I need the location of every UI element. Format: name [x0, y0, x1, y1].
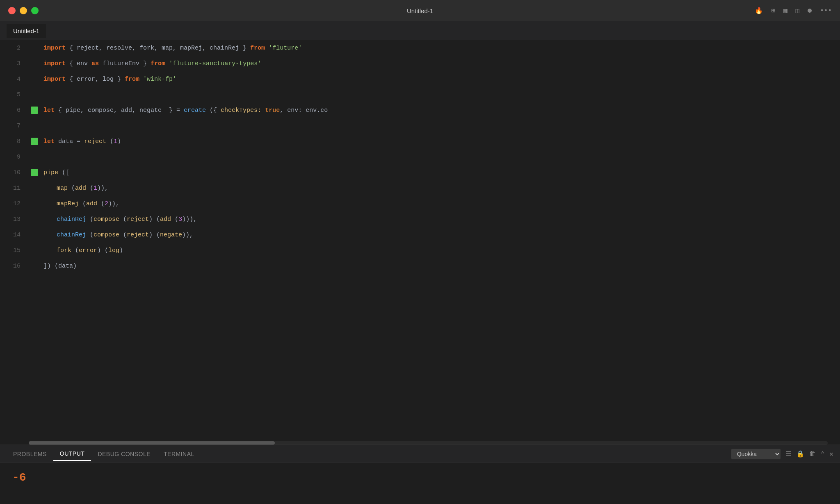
close-panel-icon[interactable]: ✕	[829, 450, 833, 458]
line-number: 14	[0, 227, 29, 243]
token: 1	[114, 137, 117, 146]
token: (	[79, 200, 86, 208]
clear-icon[interactable]: 🗑	[809, 450, 816, 458]
panel-controls: Quokka ☰ 🔒 🗑 ⌃ ✕	[731, 449, 833, 459]
chevron-up-icon[interactable]: ⌃	[821, 450, 825, 458]
token: ]) (data)	[43, 262, 77, 270]
line-content[interactable]	[40, 118, 840, 134]
token: mapRej	[57, 200, 79, 208]
scrollbar-track	[29, 441, 828, 445]
editor-tab[interactable]: Untitled-1	[7, 24, 46, 38]
line-content[interactable]: import { reject, resolve, fork, map, map…	[40, 40, 840, 56]
tab-output[interactable]: OUTPUT	[53, 447, 91, 461]
line-number: 10	[0, 165, 29, 180]
code-line: 5	[0, 87, 840, 102]
gutter-indicator	[29, 243, 40, 258]
token	[139, 75, 143, 84]
token: )),	[182, 231, 193, 239]
layout-icon[interactable]: ▦	[783, 7, 788, 15]
token: data =	[55, 137, 84, 146]
token: 'fluture'	[269, 44, 302, 52]
token: true	[265, 106, 280, 115]
line-content[interactable]: pipe ([	[40, 165, 840, 180]
token: import	[43, 59, 66, 68]
line-content[interactable]: import { error, log } from 'wink-fp'	[40, 71, 840, 87]
code-line: 9	[0, 149, 840, 165]
window-title: Untitled-1	[407, 7, 433, 14]
token: fork	[57, 246, 71, 255]
line-content[interactable]: let data = reject (1)	[40, 134, 840, 149]
token: flutureEnv }	[99, 59, 151, 68]
token: let	[43, 106, 55, 115]
line-content[interactable]: let { pipe, compose, add, negate } = cre…	[40, 102, 840, 118]
token: checkTypes:	[221, 106, 261, 115]
panel-tabs: PROBLEMS OUTPUT DEBUG CONSOLE TERMINAL Q…	[0, 445, 840, 463]
code-line: 2import { reject, resolve, fork, map, ma…	[0, 40, 840, 56]
line-content[interactable]	[40, 87, 840, 102]
token: ) (	[149, 215, 160, 224]
token: (	[86, 215, 94, 224]
sidebar-icon[interactable]: ◫	[796, 7, 800, 15]
lock-icon[interactable]: 🔒	[796, 450, 804, 458]
gutter-indicator	[29, 56, 40, 71]
maximize-button[interactable]	[31, 7, 39, 14]
token	[261, 106, 265, 115]
line-content[interactable]: ]) (data)	[40, 258, 840, 274]
token: 'fluture-sanctuary-types'	[169, 59, 261, 68]
breakpoint-dot[interactable]	[31, 169, 38, 176]
code-line: 10pipe ([	[0, 165, 840, 180]
flame-icon[interactable]: 🔥	[755, 7, 763, 15]
gutter-indicator	[29, 149, 40, 165]
line-content[interactable]: chainRej (compose (reject) (negate)),	[40, 227, 840, 243]
line-number: 2	[0, 40, 29, 56]
token: { reject, resolve, fork, map, mapRej, ch…	[66, 44, 250, 52]
breakpoint-dot[interactable]	[31, 138, 38, 145]
list-icon[interactable]: ☰	[785, 450, 791, 458]
split-editor-icon[interactable]: ⊞	[771, 7, 775, 15]
tab-problems[interactable]: PROBLEMS	[7, 447, 53, 461]
tab-debug-console[interactable]: DEBUG CONSOLE	[91, 447, 157, 461]
output-source-select[interactable]: Quokka	[731, 449, 781, 459]
gutter-indicator	[29, 40, 40, 56]
token: map	[57, 184, 68, 193]
token: import	[43, 75, 66, 84]
close-button[interactable]	[8, 7, 16, 14]
token: ) (	[149, 231, 160, 239]
token: compose	[94, 231, 119, 239]
token: , env: env.co	[280, 106, 328, 115]
gutter-indicator	[29, 180, 40, 196]
gutter-indicator	[29, 196, 40, 211]
token: ([	[58, 168, 69, 177]
breakpoint-dot[interactable]	[31, 107, 38, 114]
code-line: 3import { env as flutureEnv } from 'flut…	[0, 56, 840, 71]
token: )	[117, 137, 121, 146]
gutter-indicator	[29, 71, 40, 87]
token: reject	[127, 231, 149, 239]
token: add	[160, 215, 171, 224]
gutter-indicator	[29, 102, 40, 118]
code-line: 7	[0, 118, 840, 134]
line-content[interactable]: import { env as flutureEnv } from 'flutu…	[40, 56, 840, 71]
line-number: 9	[0, 149, 29, 165]
code-line: 14chainRej (compose (reject) (negate)),	[0, 227, 840, 243]
tab-terminal[interactable]: TERMINAL	[157, 447, 201, 461]
line-number: 11	[0, 180, 29, 196]
line-number: 6	[0, 102, 29, 118]
token: add	[75, 184, 86, 193]
token: ))),	[182, 215, 197, 224]
gutter-indicator	[29, 258, 40, 274]
bottom-panel: PROBLEMS OUTPUT DEBUG CONSOLE TERMINAL Q…	[0, 445, 840, 504]
token: )),	[108, 200, 119, 208]
line-content[interactable]	[40, 149, 840, 165]
minimize-button[interactable]	[20, 7, 27, 14]
line-content[interactable]: chainRej (compose (reject) (add (3))),	[40, 211, 840, 227]
scrollbar-thumb[interactable]	[29, 441, 275, 445]
line-content[interactable]: map (add (1)),	[40, 180, 840, 196]
line-content[interactable]: fork (error) (log)	[40, 243, 840, 258]
horizontal-scrollbar[interactable]	[0, 439, 840, 445]
code-container: 2import { reject, resolve, fork, map, ma…	[0, 40, 840, 439]
line-content[interactable]: mapRej (add (2)),	[40, 196, 840, 211]
more-actions-icon[interactable]: •••	[820, 7, 832, 14]
line-number: 4	[0, 71, 29, 87]
token: )),	[97, 184, 108, 193]
